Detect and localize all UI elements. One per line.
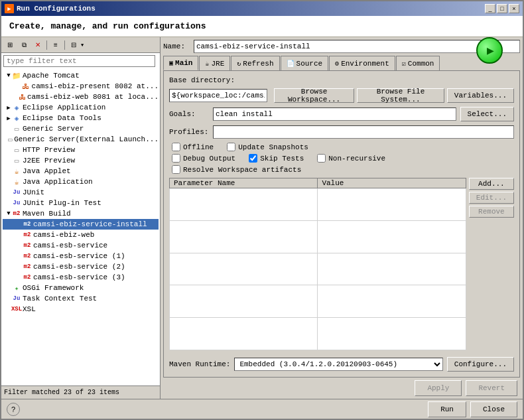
tree-item-junit[interactable]: Ju JUnit (3, 187, 159, 198)
tree-item-camsi-ebiz-web[interactable]: m2 camsi-ebiz-web (3, 230, 159, 240)
toggle-placeholder (16, 232, 23, 238)
skip-tests-label: Skip Tests (260, 155, 304, 163)
junit-plugin-icon: Ju (12, 198, 21, 208)
tree-item-label: Java Applet (23, 167, 71, 175)
run-circle-button[interactable] (476, 37, 503, 64)
tab-refresh[interactable]: ↻ Refresh (231, 56, 279, 70)
debug-output-label: Debug Output (183, 155, 235, 163)
resolve-workspace-checkbox[interactable] (172, 165, 180, 174)
page-title: Create, manage, and run configurations (9, 21, 515, 31)
offline-checkbox-item: Offline (172, 143, 214, 151)
non-recursive-checkbox[interactable] (317, 154, 326, 163)
tree-item-camsi-ebiz-service-install[interactable]: m2 camsi-ebiz-service-install (3, 219, 159, 230)
tree-item-eclipse-application[interactable]: ▶ ◈ Eclipse Application (3, 102, 159, 113)
config-name-input[interactable] (194, 40, 520, 53)
edit-param-button[interactable]: Edit... (469, 192, 514, 204)
variables-button[interactable]: Variables... (447, 88, 514, 103)
close-button[interactable]: Close (470, 401, 517, 417)
remove-param-button[interactable]: Remove (469, 206, 514, 218)
skip-tests-checkbox[interactable] (249, 154, 257, 163)
m2-icon: m2 (23, 230, 32, 240)
offline-checkbox[interactable] (172, 143, 180, 151)
goals-select-button[interactable]: Select... (460, 107, 514, 121)
junit-icon: Ju (12, 188, 21, 197)
toggle-icon[interactable]: ▼ (5, 72, 12, 79)
tree-item-generic-server-ext[interactable]: ▭ Generic Server(External Launch... (3, 134, 159, 145)
tree-item-label: JUnit Plug-in Test (23, 199, 101, 207)
goals-input[interactable] (213, 107, 456, 121)
help-button[interactable]: ? (7, 403, 20, 416)
xsl-icon: XSL (12, 305, 21, 314)
base-dir-input-row: Browse Workspace... Browse File System..… (169, 88, 514, 103)
tree-item-camsi-esb-service-1[interactable]: m2 camsi-esb-service (1) (3, 251, 159, 261)
tree-item-label: Eclipse Data Tools (23, 114, 101, 122)
runtime-select[interactable]: Embedded (3.0.4/1.2.0.20120903-0645) (234, 358, 442, 371)
tab-common[interactable]: ☑ Common (396, 56, 440, 70)
tree-item-camsi-esb-service[interactable]: m2 camsi-esb-service (3, 240, 159, 251)
tree-item-camsi-esb-service-3[interactable]: m2 camsi-esb-service (3) (3, 272, 159, 283)
base-dir-input[interactable] (169, 89, 267, 102)
tab-refresh-label: Refresh (243, 60, 273, 68)
new-config-button[interactable]: ⊞ (3, 39, 17, 51)
table-empty-row-5 (170, 318, 466, 350)
tree-item-task-context-test[interactable]: Ju Task Context Test (3, 293, 159, 304)
task-context-icon: Ju (12, 294, 21, 303)
tree-item-label: JUnit (23, 188, 44, 196)
toggle-placeholder (16, 263, 23, 270)
table-empty-row-1 (170, 188, 466, 221)
update-snapshots-checkbox-item: Update Snapshots (227, 143, 308, 151)
header-area: Create, manage, and run configurations (1, 16, 523, 37)
title-bar-left: ▶ Run Configurations (5, 4, 96, 13)
close-window-button[interactable]: × (509, 4, 519, 13)
run-button[interactable]: Run (428, 401, 466, 417)
revert-button[interactable]: Revert (466, 380, 517, 396)
tree-item-java-applet[interactable]: ☕ Java Applet (3, 166, 159, 176)
java-applet-icon: ☕ (12, 167, 21, 176)
tree-item-generic-server[interactable]: ▭ Generic Server (3, 123, 159, 134)
add-param-button[interactable]: Add... (469, 178, 514, 190)
tree-item-label: camsi-esb-service (3) (33, 273, 125, 281)
toggle-placeholder (16, 274, 23, 281)
tree-item-camsi-esb-service-2[interactable]: m2 camsi-esb-service (2) (3, 261, 159, 272)
tree-item-camsi-ebiz-present[interactable]: 🖧 camsi-ebiz-present 8082 at... (3, 81, 159, 92)
filter-input[interactable] (3, 55, 155, 67)
toggle-icon[interactable]: ▶ (5, 115, 12, 121)
tree-item-camsi-ebiz-web-8081[interactable]: 🖧 camsi-ebiz-web 8081 at loca... (3, 92, 159, 102)
more-options-dropdown[interactable]: ▼ (81, 42, 84, 48)
toggle-icon[interactable]: ▼ (5, 210, 12, 217)
tab-main[interactable]: ▣ Main (163, 56, 198, 70)
filter-button[interactable]: ≡ (49, 39, 62, 51)
browse-workspace-button[interactable]: Browse Workspace... (274, 88, 354, 103)
toggle-placeholder (5, 125, 12, 132)
tree-item-http-preview[interactable]: ▭ HTTP Preview (3, 145, 159, 155)
tree-item-java-application[interactable]: ☕ Java Application (3, 176, 159, 187)
delete-button[interactable]: ✕ (31, 39, 44, 51)
minimize-button[interactable]: _ (485, 4, 495, 13)
maximize-button[interactable]: □ (497, 4, 507, 13)
tab-environment[interactable]: ⚙ Environment (329, 56, 395, 70)
debug-output-checkbox[interactable] (172, 154, 180, 163)
goals-label: Goals: (169, 110, 209, 118)
toggle-placeholder (5, 157, 12, 164)
profiles-input[interactable] (213, 125, 514, 139)
duplicate-button[interactable]: ⧉ (17, 39, 31, 51)
apply-button[interactable]: Apply (415, 380, 462, 396)
tree-item-label: Maven Build (23, 210, 71, 218)
tab-jre[interactable]: ☕ JRE (199, 56, 230, 70)
java-app-icon: ☕ (12, 177, 21, 186)
tab-source[interactable]: 📄 Source (281, 56, 329, 70)
tree-item-apache-tomcat[interactable]: ▼ 📁 Apache Tomcat (3, 70, 159, 81)
update-snapshots-checkbox[interactable] (227, 143, 235, 151)
tree-item-j2ee-preview[interactable]: ▭ J2EE Preview (3, 155, 159, 166)
http-icon: ▭ (12, 145, 21, 155)
tab-source-label: Source (296, 60, 323, 68)
browse-filesystem-button[interactable]: Browse File System... (357, 88, 444, 103)
tree-item-osgi[interactable]: ✦ OSGi Framework (3, 283, 159, 293)
toggle-icon[interactable]: ▶ (5, 104, 12, 111)
configure-runtime-button[interactable]: Configure... (447, 357, 514, 372)
tree-item-maven-build[interactable]: ▼ m2 Maven Build (3, 208, 159, 219)
tree-item-junit-plugin[interactable]: Ju JUnit Plug-in Test (3, 198, 159, 208)
tree-item-eclipse-data-tools[interactable]: ▶ ◈ Eclipse Data Tools (3, 113, 159, 123)
tree-item-xsl[interactable]: XSL XSL (3, 304, 159, 315)
collapse-button[interactable]: ⊟ (67, 39, 80, 51)
